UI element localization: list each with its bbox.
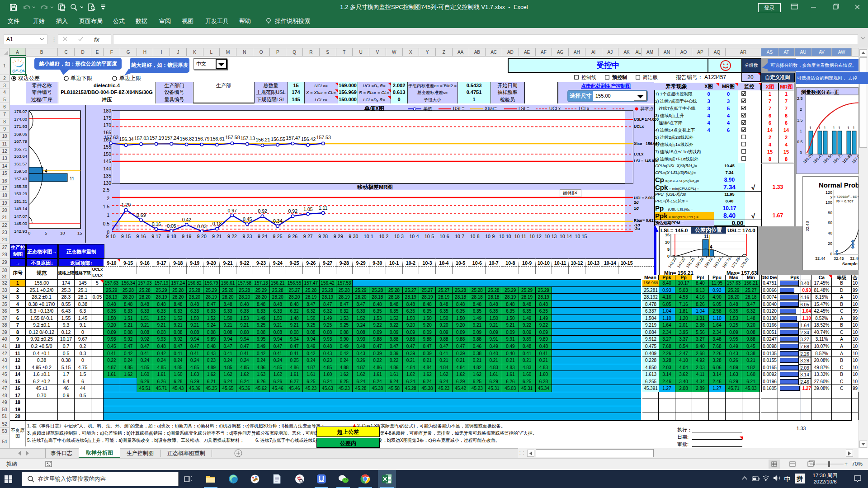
svg-text:1: 1 (809, 126, 811, 130)
svg-text:120: 120 (826, 190, 832, 195)
svg-text:157.03: 157.03 (134, 136, 149, 141)
svg-text:157.03: 157.03 (851, 153, 859, 164)
svg-text:0.05: 0.05 (167, 223, 176, 229)
svg-text:1.11: 1.11 (319, 205, 328, 211)
svg-text:156.21: 156.21 (256, 137, 270, 142)
svg-text:157.13: 157.13 (241, 136, 255, 141)
svg-text:157.19: 157.19 (150, 135, 164, 141)
svg-text:32.45: 32.45 (834, 256, 844, 261)
svg-text:1: 1 (833, 126, 835, 130)
svg-text:异常点: 异常点 (640, 106, 653, 111)
svg-text:1.5: 1.5 (797, 118, 803, 122)
svg-text:11: 11 (704, 234, 709, 239)
svg-text:4: 4 (45, 169, 47, 174)
svg-text:163.64: 163.64 (712, 256, 722, 268)
svg-text:0.03: 0.03 (197, 224, 207, 229)
svg-text:157.47: 157.47 (286, 135, 301, 141)
svg-text:0: 0 (667, 254, 670, 258)
svg-text:y = 72968x² - 5E+0: y = 72968x² - 5E+0 (830, 195, 859, 199)
svg-text:147.07: 147.07 (676, 256, 686, 268)
svg-text:32.48: 32.48 (805, 221, 810, 231)
svg-text:4: 4 (710, 244, 712, 249)
svg-text:156.88: 156.88 (841, 153, 853, 164)
svg-text:Normal Proba: Normal Proba (819, 181, 859, 189)
svg-text:0.45: 0.45 (243, 216, 252, 222)
svg-text:0.18: 0.18 (212, 221, 222, 226)
svg-text:1: 1 (824, 126, 826, 130)
svg-text:156.73: 156.73 (832, 153, 844, 164)
svg-text:1: 1 (853, 126, 855, 130)
svg-text:80: 80 (828, 211, 832, 215)
svg-text:156.82: 156.82 (180, 136, 194, 141)
svg-text:11: 11 (70, 176, 75, 181)
svg-text:156.55: 156.55 (271, 136, 285, 142)
svg-text:0.42: 0.42 (182, 217, 192, 222)
svg-text:2: 2 (800, 107, 802, 112)
svg-text:0.16: 0.16 (152, 221, 161, 227)
svg-text:157.24: 157.24 (165, 135, 179, 141)
svg-text:R² = 0.767: R² = 0.767 (836, 199, 854, 203)
svg-text:15: 15 (77, 230, 82, 235)
svg-text:20: 20 (828, 241, 832, 246)
svg-text:0: 0 (830, 252, 832, 256)
svg-text:156.28: 156.28 (802, 153, 814, 164)
svg-text:0: 0 (28, 230, 30, 235)
svg-text:155.36: 155.36 (694, 256, 704, 268)
svg-text:156.43: 156.43 (812, 153, 824, 164)
svg-text:32.44: 32.44 (815, 256, 826, 261)
svg-text:QE-QM: QE-QM (12, 69, 25, 73)
svg-text:157.53: 157.53 (316, 135, 331, 140)
svg-text:60: 60 (828, 221, 832, 225)
svg-text:156.79: 156.79 (195, 136, 209, 141)
svg-text:10: 10 (60, 230, 65, 235)
svg-text:156.61: 156.61 (210, 136, 225, 141)
svg-text:+: + (844, 461, 848, 467)
svg-text:10: 10 (665, 240, 670, 244)
svg-text:159.50: 159.50 (703, 256, 713, 268)
svg-text:fx: fx (94, 36, 99, 42)
svg-text:156.42: 156.42 (301, 136, 316, 142)
svg-text:15: 15 (665, 233, 670, 237)
svg-text:0.92: 0.92 (288, 208, 298, 214)
svg-text:0.69: 0.69 (137, 212, 146, 218)
svg-text:40: 40 (828, 231, 832, 235)
svg-text:156.58: 156.58 (822, 153, 834, 164)
svg-text:1: 1 (838, 126, 840, 130)
svg-text:0.97: 0.97 (227, 208, 237, 213)
svg-text:156.34: 156.34 (119, 136, 134, 142)
svg-text:100: 100 (826, 200, 832, 205)
svg-text:1: 1 (847, 126, 849, 130)
svg-text:151.21: 151.21 (685, 256, 695, 268)
svg-text:1: 1 (800, 129, 802, 133)
svg-text:1.29: 1.29 (122, 202, 131, 207)
svg-text:0.92: 0.92 (258, 208, 268, 214)
svg-text:1.05: 1.05 (303, 206, 313, 212)
svg-text:157.58: 157.58 (225, 135, 240, 140)
svg-text:−: − (809, 460, 813, 467)
svg-text:0.34: 0.34 (273, 218, 283, 224)
svg-text:0.5: 0.5 (797, 140, 803, 144)
svg-text:2.5: 2.5 (797, 96, 803, 101)
svg-text:5: 5 (45, 230, 47, 235)
svg-text:171.93: 171.93 (730, 256, 741, 268)
svg-text:Sample P: Sample P (842, 261, 859, 266)
svg-text:176.07: 176.07 (739, 256, 750, 268)
svg-text:32.46: 32.46 (850, 256, 859, 261)
svg-text:5: 5 (667, 247, 670, 252)
svg-text:0: 0 (800, 150, 802, 155)
svg-text:167.79: 167.79 (721, 256, 731, 268)
